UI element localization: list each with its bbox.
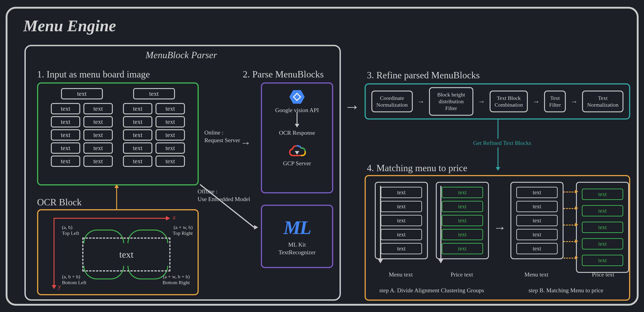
menu-cell: text	[84, 129, 113, 141]
ocr-block-frame: x y text (a, b) Top Left (a + w, b) Top …	[37, 209, 199, 295]
corner-top-left: (a, b) Top Left	[62, 224, 79, 236]
mlkit-label: ML Kit TextRecognizer	[278, 241, 316, 256]
refined-blocks-label: Get Refined Text Blocks	[471, 139, 534, 147]
menu-cell: text	[51, 116, 80, 127]
menu-col-right: text texttext texttext texttext texttext…	[123, 88, 185, 180]
price-cell: text	[442, 187, 483, 198]
price-cell: text	[582, 222, 623, 233]
text-cell: text	[516, 215, 558, 226]
price-cell: text	[582, 189, 623, 200]
axis-y-line	[54, 218, 54, 286]
refine-step: Block height distribution Filter	[429, 87, 473, 116]
dashed-arrow-icon	[564, 208, 576, 209]
refine-step: Text Filter	[544, 91, 566, 112]
google-vision-box: Google vision API OCR Response GCP Serve…	[261, 82, 333, 193]
price-cell: text	[442, 243, 483, 254]
online-label: Online : Request Server	[204, 129, 240, 144]
menu-cell: text	[156, 142, 185, 154]
menu-cell: text	[156, 155, 185, 167]
price-cell: text	[582, 238, 623, 249]
arrow-icon: →	[478, 97, 485, 106]
menu-cell: text	[84, 142, 113, 154]
main-title: Menu Engine	[23, 17, 116, 35]
axis-x-line	[54, 218, 166, 219]
arrow-head-icon	[575, 256, 578, 259]
refine-frame: Coordinate Normalization → Block height …	[364, 83, 630, 119]
axis-x-label: x	[173, 214, 176, 221]
text-cell: text	[516, 229, 558, 240]
price-cell: text	[582, 205, 623, 216]
menu-cell: text	[156, 103, 185, 114]
price-cell: text	[442, 229, 483, 240]
arrow-head-icon	[378, 259, 383, 263]
arrow-head-icon	[575, 206, 578, 210]
arrow-head-icon	[496, 167, 500, 171]
parser-title: MenuBlock Parser	[146, 50, 217, 60]
arrow-head-icon	[295, 124, 299, 127]
parser-frame: MenuBlock Parser 1. Input as menu board …	[24, 45, 341, 301]
arrow-head-icon	[114, 184, 119, 188]
mlkit-icon: ML	[284, 216, 310, 239]
gcp-server-label: GCP Server	[283, 160, 311, 167]
arrow-head-icon	[166, 216, 170, 221]
arrow-icon: →	[344, 98, 360, 116]
refine-step: Text Normalization	[582, 91, 624, 112]
ocr-block-title: OCR Block	[37, 197, 82, 208]
dashed-arrow-icon	[564, 192, 576, 193]
menu-cell: text	[123, 103, 152, 114]
price-text-column-2: text text text text text	[576, 182, 629, 273]
menu-cell: text	[156, 116, 185, 127]
menu-cell: text	[51, 103, 80, 114]
corner-top-right: (a + w, b) Top Right	[173, 224, 192, 236]
text-cell: text	[381, 229, 422, 240]
text-cell: text	[516, 201, 558, 212]
text-cell: text	[516, 187, 558, 198]
section1-title: 1. Input as menu board image	[37, 69, 150, 80]
menu-cell: text	[156, 129, 185, 141]
arrow-head-icon	[575, 223, 578, 226]
price-text-column: text text text text text	[436, 182, 489, 259]
gcp-cloud-icon	[288, 143, 307, 158]
price-cell: text	[442, 201, 483, 212]
arrow-head-icon	[438, 259, 444, 263]
section2-title: 2. Parse MenuBlocks	[243, 69, 324, 80]
ocr-text-box: text	[82, 238, 170, 271]
arrow-icon	[200, 184, 261, 234]
menu-cell: text	[84, 155, 113, 167]
text-cell: text	[381, 243, 422, 254]
arrow-head-icon	[52, 285, 56, 289]
corner-bottom-right: (a + w, b + h) Bottom Right	[162, 274, 190, 286]
corner-bottom-left: (a, b + h) Bottom Left	[62, 274, 86, 286]
dashed-arrow-icon	[564, 241, 576, 242]
text-cell: text	[516, 243, 558, 254]
section4-title: 4. Matching menu to price	[367, 163, 467, 174]
arrow-icon	[116, 187, 117, 209]
google-vision-icon	[289, 89, 305, 105]
diagram-outer-frame: Menu Engine MenuBlock Parser 1. Input as…	[6, 7, 638, 306]
arrow-icon: →	[240, 137, 251, 149]
menu-col-left: text texttext texttext texttext texttext…	[51, 88, 113, 180]
menu-cell: text	[84, 116, 113, 127]
menu-board: text texttext texttext texttext texttext…	[37, 82, 199, 186]
text-cell: text	[381, 215, 422, 226]
arrow-icon: →	[570, 97, 578, 106]
menu-cell: text	[51, 155, 80, 167]
price-caption: Price text	[586, 271, 620, 278]
menu-cell: text	[51, 142, 80, 154]
dashed-arrow-icon	[564, 225, 576, 226]
arrow-icon: →	[494, 220, 506, 235]
mlkit-box: ML ML Kit TextRecognizer	[261, 205, 333, 268]
menu-header: text	[61, 88, 103, 99]
dashed-arrow-icon	[564, 258, 576, 259]
arrow-head-icon	[575, 239, 578, 243]
menu-text-column-2: text text text text text	[510, 182, 564, 259]
step-b-label: step B. Matching Menu to price	[528, 287, 603, 294]
menu-text-column: text text text text text	[375, 182, 428, 259]
menu-cell: text	[51, 129, 80, 141]
section3-title: 3. Refine parsed MenuBlocks	[367, 70, 480, 81]
menu-caption: Menu text	[520, 271, 553, 278]
menu-caption: Menu text	[384, 271, 418, 278]
refine-step: Coordinate Normalization	[372, 91, 413, 112]
step-a-label: step A. Divide Alignment Clustering Grou…	[379, 287, 484, 294]
refine-step: Text Block Combination	[490, 91, 528, 112]
